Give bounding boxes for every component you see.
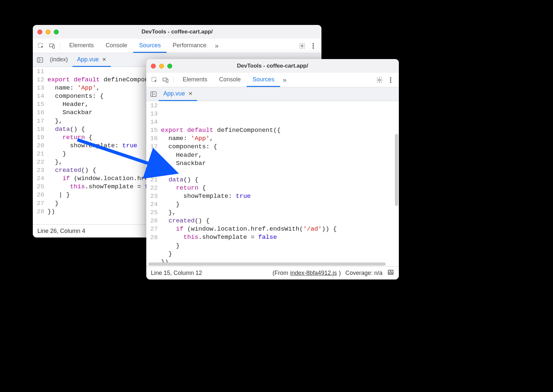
tab-performance[interactable]: Performance: [167, 39, 212, 53]
devtools-toolbar: Elements Console Sources Performance »: [33, 39, 321, 53]
svg-rect-18: [388, 270, 393, 275]
file-tabs-bar: App.vue ✕: [146, 87, 399, 101]
svg-rect-16: [151, 92, 156, 96]
source-map-link[interactable]: index-8bfa4912.js: [290, 270, 337, 277]
toolbar-separator: [60, 42, 60, 50]
svg-point-13: [390, 77, 391, 78]
tab-sources[interactable]: Sources: [133, 39, 167, 53]
window-title: DevTools - coffee-cart.app/: [146, 63, 399, 69]
panel-tabs: Elements Console Sources Performance: [63, 39, 212, 53]
status-bar: Line 15, Column 12 (From index-8bfa4912.…: [146, 266, 399, 279]
traffic-lights: [151, 64, 172, 69]
line-gutter: 111213141516171819202122232425262728: [33, 67, 48, 224]
line-gutter: 1213141516171819202122232425262728: [146, 101, 161, 266]
settings-gear-icon[interactable]: [374, 74, 385, 86]
tab-console[interactable]: Console: [100, 39, 133, 53]
minimize-window-button[interactable]: [46, 30, 51, 34]
show-navigator-icon[interactable]: [148, 89, 159, 99]
cursor-position: Line 15, Column 12: [151, 270, 202, 277]
inspect-element-icon[interactable]: [35, 40, 47, 52]
file-tab-label: (index): [50, 56, 68, 63]
inspect-element-icon[interactable]: [149, 74, 160, 86]
close-tab-icon[interactable]: ✕: [102, 57, 106, 62]
code-editor[interactable]: 1213141516171819202122232425262728 expor…: [146, 101, 399, 266]
device-toggle-icon[interactable]: [47, 40, 58, 52]
tab-sources[interactable]: Sources: [247, 73, 280, 87]
close-tab-icon[interactable]: ✕: [188, 91, 193, 96]
toolbar-separator: [173, 76, 174, 84]
svg-point-15: [390, 81, 391, 82]
maximize-window-button[interactable]: [167, 64, 172, 69]
devtools-window-2: DevTools - coffee-cart.app/ Elements Con…: [146, 59, 399, 279]
more-panels-icon[interactable]: »: [212, 42, 220, 50]
file-tab-label: App.vue: [163, 90, 185, 97]
svg-point-14: [390, 79, 391, 80]
file-tab-index[interactable]: (index): [45, 53, 72, 67]
devtools-toolbar: Elements Console Sources »: [146, 73, 399, 87]
window-titlebar: DevTools - coffee-cart.app/: [33, 25, 321, 39]
close-window-button[interactable]: [151, 64, 156, 69]
svg-rect-2: [53, 45, 55, 48]
settings-gear-icon[interactable]: [297, 40, 308, 52]
device-toggle-icon[interactable]: [160, 74, 171, 86]
kebab-menu-icon[interactable]: [385, 74, 396, 86]
cursor-position: Line 26, Column 4: [37, 228, 85, 235]
svg-point-6: [313, 47, 314, 48]
vertical-scrollbar[interactable]: [395, 134, 398, 206]
minimize-window-button[interactable]: [159, 64, 164, 69]
show-navigator-icon[interactable]: [35, 55, 45, 65]
tab-elements[interactable]: Elements: [177, 73, 213, 87]
file-tab-label: App.vue: [77, 56, 99, 63]
svg-rect-11: [166, 79, 168, 82]
svg-point-12: [379, 79, 380, 81]
window-title: DevTools - coffee-cart.app/: [33, 29, 321, 35]
svg-point-5: [313, 45, 314, 46]
tab-elements[interactable]: Elements: [63, 39, 100, 53]
svg-point-4: [313, 43, 314, 44]
panel-tabs: Elements Console Sources: [177, 73, 280, 87]
svg-rect-7: [37, 57, 43, 62]
maximize-window-button[interactable]: [54, 30, 59, 34]
tab-console[interactable]: Console: [213, 73, 247, 87]
traffic-lights: [37, 30, 59, 34]
file-tab-app-vue[interactable]: App.vue ✕: [159, 88, 197, 101]
window-titlebar: DevTools - coffee-cart.app/: [146, 59, 399, 73]
svg-point-3: [301, 45, 303, 47]
kebab-menu-icon[interactable]: [308, 40, 319, 52]
more-panels-icon[interactable]: »: [280, 76, 288, 84]
file-tab-app-vue[interactable]: App.vue ✕: [72, 53, 111, 67]
horizontal-scrollbar[interactable]: [148, 262, 386, 266]
close-window-button[interactable]: [37, 30, 42, 34]
code-content[interactable]: export default defineComponent({ name: '…: [161, 101, 399, 266]
source-map-from: (From index-8bfa4912.js): [273, 270, 341, 277]
show-drawer-icon[interactable]: [387, 269, 394, 278]
coverage-status: Coverage: n/a: [345, 270, 382, 277]
